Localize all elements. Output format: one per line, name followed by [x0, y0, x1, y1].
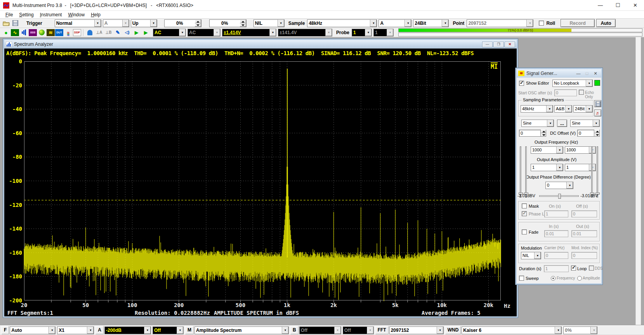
more-waveforms-button[interactable]: ...: [557, 120, 567, 127]
chevron-down-icon: [370, 20, 377, 27]
amplitude-a-slider[interactable]: [520, 146, 521, 198]
auto-button[interactable]: Auto: [596, 19, 616, 27]
device-test-plan-icon[interactable]: DUT: [55, 29, 63, 36]
probe-a-select[interactable]: 1: [352, 29, 372, 36]
signal-generator-title: Signal Gener...: [526, 71, 557, 76]
waveform-a-select[interactable]: Sine: [521, 120, 554, 127]
multimeter-icon[interactable]: 888: [29, 29, 37, 36]
restore-icon[interactable]: ❐: [493, 42, 504, 47]
loopback-select[interactable]: No Loopback: [552, 80, 593, 87]
roll-checkbox[interactable]: [539, 21, 544, 26]
frequency-a-slider[interactable]: [525, 146, 527, 198]
spectrum-chart[interactable]: [24, 61, 501, 303]
data-logger-icon[interactable]: [85, 29, 94, 36]
phase-difference-value: 0: [546, 182, 566, 189]
zoom-select[interactable]: X1: [57, 326, 94, 334]
frequency-b-slider[interactable]: [591, 146, 593, 198]
maximize-icon[interactable]: □: [583, 71, 591, 76]
ddp-viewer-icon[interactable]: DDP: [73, 29, 81, 36]
freq-axis-select[interactable]: Auto: [10, 326, 56, 334]
dds-label: DDS: [595, 266, 603, 271]
amplitude-a-select[interactable]: 1: [531, 164, 563, 171]
range-a-select[interactable]: ±1.414V: [222, 29, 276, 36]
sweep-checkbox[interactable]: [519, 276, 524, 281]
vertical-scrollbar[interactable]: [635, 37, 641, 325]
echo-only-checkbox: [579, 90, 584, 95]
duration-input: 1: [544, 265, 569, 272]
generator-bits-select[interactable]: 24Bit: [573, 105, 593, 113]
range-a-display-select[interactable]: -200dB: [104, 326, 151, 334]
sweep-amplitude-radio[interactable]: [577, 276, 582, 281]
dc-offset-b-input[interactable]: 0: [577, 130, 594, 137]
menu-instrument[interactable]: Instrument: [37, 11, 65, 18]
mask-label: Mask: [529, 204, 539, 208]
minimize-icon[interactable]: —: [574, 71, 583, 76]
modulation-select[interactable]: NIL: [521, 252, 541, 259]
play-a-icon[interactable]: ▶: [132, 29, 141, 36]
loop-checkbox[interactable]: [571, 266, 576, 271]
frequency-a-select[interactable]: 1000: [531, 146, 563, 154]
show-editor-checkbox[interactable]: [519, 81, 524, 86]
spinner-buttons[interactable]: [195, 20, 201, 27]
mask-checkbox[interactable]: [522, 203, 527, 208]
wnd-label: WND: [445, 326, 461, 334]
open-file-icon[interactable]: [2, 19, 10, 27]
phase-difference-select[interactable]: 0: [545, 182, 573, 189]
generator-rate-select[interactable]: 48kHz: [521, 105, 553, 113]
menu-help[interactable]: Help: [88, 11, 104, 18]
music-notes-icon[interactable]: ♬: [594, 109, 601, 116]
trigger-mode-select[interactable]: Normal: [55, 19, 101, 27]
trigger-level-spin[interactable]: 0%: [164, 19, 201, 27]
fade-group: In (s) Out (s) Fade 0.01 0.01: [518, 222, 600, 241]
menu-window[interactable]: Window: [65, 11, 88, 18]
minimize-icon[interactable]: —: [592, 0, 609, 11]
trigger-hpf-select[interactable]: NIL: [253, 19, 285, 27]
spectrum-analyzer-titlebar[interactable]: Spectrum Analyzer — ❐ ✕: [4, 40, 517, 49]
signal-generator-icon[interactable]: ≋: [47, 29, 55, 36]
play-b-icon[interactable]: ▶: [141, 29, 150, 36]
ref-a-select[interactable]: Off: [153, 326, 184, 334]
sweep-label: Sweep: [526, 276, 539, 281]
probe-calibration-icon[interactable]: ✎: [113, 29, 122, 36]
derived-data-curves-icon[interactable]: ≈: [64, 29, 73, 36]
menu-file[interactable]: File: [2, 11, 16, 18]
amplitude-b-slider[interactable]: [597, 146, 598, 198]
phase-slider[interactable]: [539, 195, 579, 197]
menu-setting[interactable]: Setting: [16, 11, 36, 18]
show-editor-label: Show Editor: [526, 81, 549, 85]
display-mode-select[interactable]: Amplitude Spectrum: [194, 326, 289, 334]
fft-size-select[interactable]: 2097152: [389, 326, 444, 334]
dc-offset-a-input[interactable]: 0: [519, 130, 541, 137]
generator-channels-select[interactable]: A&B: [554, 105, 572, 113]
minimize-icon[interactable]: —: [482, 42, 493, 47]
coupling-a-select[interactable]: AC: [153, 29, 186, 36]
save-icon[interactable]: [11, 19, 20, 27]
run-icon[interactable]: ●: [2, 29, 10, 36]
fade-checkbox[interactable]: [522, 229, 527, 234]
trigger-delay-spin[interactable]: 0%: [209, 19, 246, 27]
dc-offset-a-spinner[interactable]: [541, 130, 546, 137]
sample-rate-select[interactable]: 48kHz: [307, 19, 377, 27]
window-function-select[interactable]: Kaiser 6: [462, 326, 562, 334]
spectrum-analyzer-icon[interactable]: [19, 29, 28, 36]
trigger-edge-select[interactable]: Up: [131, 19, 157, 27]
spinner-buttons[interactable]: [240, 20, 246, 27]
sample-bits-value: 24Bit: [413, 20, 442, 27]
sample-bits-select[interactable]: 24Bit: [413, 19, 449, 27]
signal-generator-titlebar[interactable]: ≋ Signal Gener... — □ ✕: [517, 69, 601, 78]
generator-run-indicator[interactable]: [594, 80, 600, 86]
dc-offset-b-spinner[interactable]: [594, 130, 600, 137]
sample-channel-select[interactable]: A: [378, 19, 411, 27]
oscilloscope-icon[interactable]: ∿: [11, 29, 19, 36]
close-icon[interactable]: ✕: [627, 0, 644, 11]
close-icon[interactable]: ✕: [505, 42, 515, 47]
maximize-icon[interactable]: ☐: [609, 0, 627, 11]
spectrum-3d-plot-icon[interactable]: [37, 29, 46, 36]
sweep-frequency-radio[interactable]: [551, 276, 555, 281]
ground-b-icon[interactable]: ⊥B: [104, 29, 113, 36]
ground-a-icon[interactable]: ⊥A: [95, 29, 104, 36]
speaker-icon[interactable]: ◁): [123, 29, 132, 36]
close-icon[interactable]: ✕: [591, 71, 600, 76]
save-waveform-icon[interactable]: [594, 100, 601, 107]
waveform-b-select[interactable]: Sine: [570, 120, 600, 127]
